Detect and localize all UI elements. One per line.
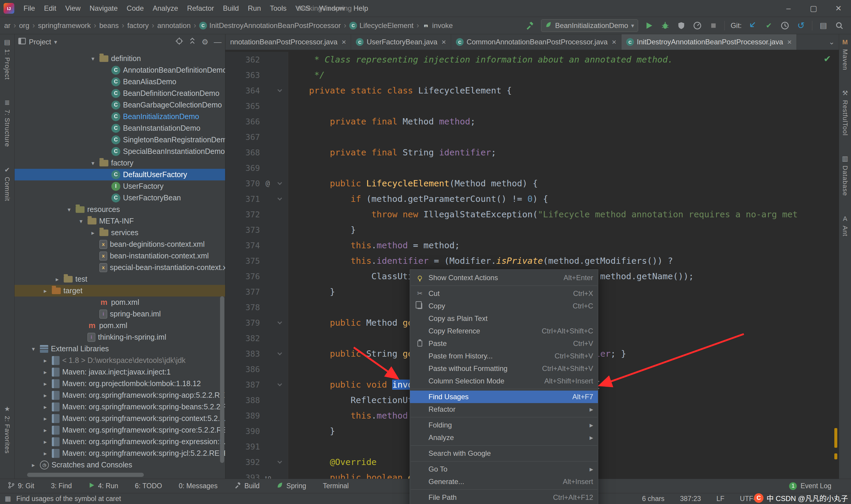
tree-collapsed-icon[interactable]: ▸ [41, 427, 49, 434]
tool-button-1-project[interactable]: ▤1: Project [3, 38, 11, 80]
coverage-button[interactable] [676, 20, 686, 31]
menu-item-file-path[interactable]: File PathCtrl+Alt+F12 [410, 491, 598, 504]
menu-item-folding[interactable]: Folding▸ [410, 419, 598, 431]
menu-item-generate[interactable]: Generate...Alt+Insert [410, 475, 598, 488]
tree-item-specialbeaninstantiationdemo[interactable]: CSpecialBeanInstantiationDemo [15, 146, 225, 157]
tree-item-test[interactable]: ▸test [15, 273, 225, 285]
tree-collapsed-icon[interactable]: ▸ [41, 392, 49, 399]
fold-chevron-icon[interactable] [273, 321, 286, 324]
fold-chevron-icon[interactable] [273, 383, 286, 386]
tree-item-maven-org-springframework-spring-expression-5-2-2-release[interactable]: ▸Maven: org.springframework:spring-expre… [15, 436, 225, 447]
tree-item-resources[interactable]: ▾resources [15, 204, 225, 215]
tab-commonannotationbeanpostprocessor-java[interactable]: CCommonAnnotationBeanPostProcessor.java× [451, 34, 621, 50]
tree-collapsed-icon[interactable]: ▸ [41, 450, 49, 457]
tree-expanded-icon[interactable]: ▾ [77, 218, 85, 225]
override-marker-icon[interactable]: ↑o [262, 474, 273, 479]
run-configuration-select[interactable]: BeanInitializationDemo ▾ [541, 19, 638, 32]
menu-help[interactable]: Help [349, 4, 373, 13]
tree-item-maven-org-springframework-spring-jcl-5-2-2-release[interactable]: ▸Maven: org.springframework:spring-jcl:5… [15, 447, 225, 459]
tree-item-maven-org-springframework-spring-aop-5-2-2-release[interactable]: ▸Maven: org.springframework:spring-aop:5… [15, 390, 225, 401]
stop-button[interactable] [708, 20, 719, 31]
toolwindow-button-spring[interactable]: Spring [276, 482, 306, 491]
tree-item-beandefinitioncreationdemo[interactable]: CBeanDefinitionCreationDemo [15, 88, 225, 99]
menu-run[interactable]: Run [243, 4, 265, 13]
breadcrumb-item-lifecycleelement[interactable]: CLifecycleElement [349, 21, 413, 30]
tree-item-pom-xml[interactable]: mpom.xml [15, 320, 225, 331]
menu-navigate[interactable]: Navigate [85, 4, 122, 13]
tree-item-factory[interactable]: ▾factory [15, 157, 225, 169]
breadcrumb-item-factory[interactable]: factory [127, 21, 149, 30]
collapse-all-icon[interactable] [188, 37, 196, 47]
breadcrumb-item-initdestroyannotationbeanpostprocessor[interactable]: CInitDestroyAnnotationBeanPostProcessor [199, 21, 341, 30]
menu-item-go-to[interactable]: Go To▸ [410, 463, 598, 475]
menu-item-copy-as-plain-text[interactable]: Copy as Plain Text [410, 312, 598, 325]
tool-button-7-structure[interactable]: ≣7: Structure [3, 99, 11, 147]
toolwindow-button-build[interactable]: Build [234, 482, 260, 491]
tree-item-maven-org-projectlombok-lombok-1-18-12[interactable]: ▸Maven: org.projectlombok:lombok:1.18.12 [15, 378, 225, 390]
menu-item-refactor[interactable]: Refactor▸ [410, 403, 598, 416]
tree-item-defaultuserfactory[interactable]: CDefaultUserFactory [15, 169, 225, 180]
close-icon[interactable]: × [612, 37, 616, 47]
hide-panel-icon[interactable]: — [214, 37, 221, 47]
menu-item-column-selection-mode[interactable]: Column Selection ModeAlt+Shift+Insert [410, 375, 598, 387]
rollback-button[interactable]: ↺ [796, 20, 806, 31]
profiler-button[interactable] [692, 20, 702, 31]
project-vertical-scrollbar[interactable] [220, 296, 224, 463]
tree-item-beaninitializationdemo[interactable]: CBeanInitializationDemo [15, 111, 225, 122]
git-commit-button[interactable]: ✔ [764, 20, 774, 31]
tree-expanded-icon[interactable]: ▾ [30, 345, 37, 353]
tool-button-maven[interactable]: MMaven [841, 38, 849, 70]
close-icon[interactable]: × [441, 37, 446, 47]
event-log-button[interactable]: 1 Event Log [789, 482, 843, 490]
tree-item-beangarbagecollectiondemo[interactable]: CBeanGarbageCollectionDemo [15, 99, 225, 111]
tree-item-spring-bean-iml[interactable]: ispring-bean.iml [15, 308, 225, 320]
menu-edit[interactable]: Edit [40, 4, 61, 13]
menu-code[interactable]: Code [122, 4, 148, 13]
tree-item-beanaliasdemo[interactable]: CBeanAliasDemo [15, 76, 225, 88]
tree-item-annotationbeandefinitiondemo[interactable]: CAnnotationBeanDefinitionDemo [15, 64, 225, 76]
locate-file-icon[interactable] [175, 37, 183, 47]
fold-chevron-icon[interactable] [273, 89, 286, 92]
menu-item-copy-reference[interactable]: Copy ReferenceCtrl+Alt+Shift+C [410, 325, 598, 337]
run-button[interactable] [644, 20, 654, 31]
menu-item-paste-from-history[interactable]: Paste from History...Ctrl+Shift+V [410, 350, 598, 362]
menu-item-cut[interactable]: ✂CutCtrl+X [410, 287, 598, 300]
project-view-title[interactable]: Project [29, 38, 51, 46]
menu-analyze[interactable]: Analyze [148, 4, 183, 13]
tree-item-thinking-in-spring-iml[interactable]: ithinking-in-spring.iml [15, 331, 225, 343]
build-hammer-icon[interactable] [525, 20, 535, 31]
project-horizontal-scrollbar[interactable] [27, 473, 144, 477]
tree-collapsed-icon[interactable]: ▸ [30, 462, 37, 469]
tree-item-maven-org-springframework-spring-beans-5-2-2-release[interactable]: ▸Maven: org.springframework:spring-beans… [15, 401, 225, 413]
fold-chevron-icon[interactable] [273, 461, 286, 464]
tree-item-maven-org-springframework-spring-context-5-2-2-release[interactable]: ▸Maven: org.springframework:spring-conte… [15, 413, 225, 424]
tree-item-maven-javax-inject-javax-inject-1[interactable]: ▸Maven: javax.inject:javax.inject:1 [15, 366, 225, 378]
fold-chevron-icon[interactable] [273, 197, 286, 201]
tree-item-external-libraries[interactable]: ▾External Libraries [15, 343, 225, 355]
line-separator[interactable]: LF [717, 495, 724, 503]
toolwindow-button-9-git[interactable]: 9: Git [8, 482, 34, 491]
tree-collapsed-icon[interactable]: ▸ [41, 415, 49, 422]
tree-collapsed-icon[interactable]: ▸ [41, 357, 49, 364]
tree-expanded-icon[interactable]: ▾ [89, 55, 97, 62]
menu-refactor[interactable]: Refactor [183, 4, 219, 13]
tool-button-ant[interactable]: AAnt [841, 215, 849, 236]
caret-position[interactable]: 387:23 [680, 495, 701, 503]
menu-build[interactable]: Build [219, 4, 243, 13]
toolwindow-toggle-icon[interactable]: ▦ [5, 495, 11, 503]
search-everywhere-icon[interactable] [834, 20, 845, 31]
tree-collapsed-icon[interactable]: ▸ [53, 276, 61, 283]
menu-item-show-context-actions[interactable]: Show Context ActionsAlt+Enter [410, 271, 598, 284]
tab-userfactorybean-java[interactable]: CUserFactoryBean.java× [351, 34, 451, 50]
tree-collapsed-icon[interactable]: ▸ [89, 229, 97, 236]
breadcrumb-item-beans[interactable]: beans [99, 21, 119, 30]
inspections-ok-icon[interactable]: ✔ [823, 54, 831, 64]
tree-item-services[interactable]: ▸services [15, 227, 225, 238]
tree-item-meta-inf[interactable]: ▾META-INF [15, 215, 225, 227]
tree-collapsed-icon[interactable]: ▸ [41, 287, 49, 294]
settings-gear-icon[interactable]: ⚙ [202, 37, 209, 47]
toolwindow-button-terminal[interactable]: Terminal [323, 482, 349, 490]
menu-tools[interactable]: Tools [265, 4, 291, 13]
debug-button[interactable] [660, 20, 670, 31]
tool-button-restfultool[interactable]: ⚒RestfulTool [841, 89, 849, 136]
